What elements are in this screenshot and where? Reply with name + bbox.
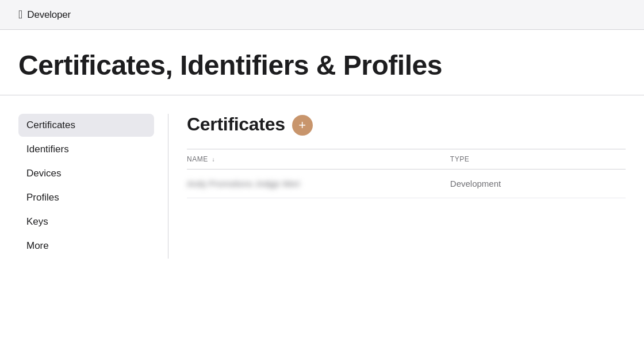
- table-row[interactable]: Andy Promotions Jndgjs Weri Development: [187, 169, 626, 198]
- nav-brand-label: Developer: [27, 9, 71, 21]
- section-title: Certificates: [187, 114, 285, 135]
- page-header: Certificates, Identifiers & Profiles: [0, 30, 644, 95]
- certificates-table: NAME ↓ TYPE Andy Promotions Jndgjs Weri …: [187, 149, 626, 198]
- sidebar-item-more[interactable]: More: [18, 234, 154, 257]
- add-certificate-button[interactable]: +: [292, 115, 313, 136]
- apple-logo-icon: : [18, 8, 22, 21]
- page-title: Certificates, Identifiers & Profiles: [18, 51, 626, 81]
- column-name-header: NAME ↓: [187, 149, 450, 169]
- sidebar-item-devices[interactable]: Devices: [18, 162, 154, 185]
- sidebar-item-identifiers[interactable]: Identifiers: [18, 138, 154, 161]
- sidebar-item-keys[interactable]: Keys: [18, 210, 154, 233]
- sidebar: Certificates Identifiers Devices Profile…: [18, 114, 168, 259]
- content-header: Certificates +: [187, 114, 626, 135]
- main-content: Certificates Identifiers Devices Profile…: [0, 95, 644, 259]
- plus-icon: +: [298, 119, 306, 132]
- table-body: Andy Promotions Jndgjs Weri Development: [187, 169, 626, 198]
- sidebar-item-certificates[interactable]: Certificates: [18, 114, 154, 137]
- sort-icon: ↓: [212, 156, 216, 163]
- certificate-type: Development: [450, 169, 626, 198]
- table-header: NAME ↓ TYPE: [187, 149, 626, 169]
- content-area: Certificates + NAME ↓ TYPE: [168, 114, 626, 259]
- sidebar-item-profiles[interactable]: Profiles: [18, 186, 154, 209]
- top-nav:  Developer: [0, 0, 644, 30]
- certificate-name: Andy Promotions Jndgjs Weri: [187, 169, 450, 198]
- column-type-header: TYPE: [450, 149, 626, 169]
